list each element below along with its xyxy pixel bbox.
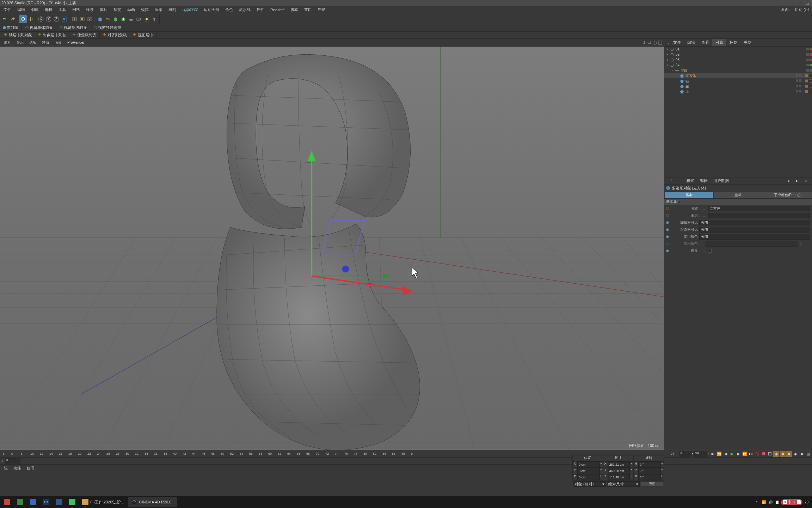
mat-tab[interactable]: 纹理 [24, 465, 37, 472]
menu-插件[interactable]: 插件 [254, 6, 267, 13]
menu-流水线[interactable]: 流水线 [236, 6, 253, 13]
obj-tab[interactable]: 书签 [740, 39, 755, 46]
ime-pill[interactable]: S中々 [781, 499, 802, 505]
attr-xray-check[interactable] [708, 249, 712, 253]
menu-创建[interactable]: 创建 [29, 6, 41, 13]
menu-选择[interactable]: 选择 [42, 6, 55, 13]
tree-row[interactable]: 立方体 [664, 73, 812, 78]
attr-subtab[interactable]: 坐标 [714, 192, 762, 198]
tree-row[interactable]: -空白 [664, 68, 812, 73]
rot-b[interactable]: 0 ° [638, 474, 660, 480]
light-button[interactable] [143, 15, 150, 23]
light2-button[interactable] [150, 15, 158, 23]
tree-row[interactable]: 右 [664, 78, 812, 84]
axis-cmd[interactable]: 对象居中到轴 [35, 32, 69, 38]
tree-row[interactable]: +01 [664, 47, 812, 52]
vp-zoom-icon[interactable] [647, 40, 652, 45]
obj-tab[interactable]: 标签 [726, 39, 740, 46]
attr-editor-vis[interactable]: 关闭 [699, 220, 810, 225]
taskbar-folder[interactable]: F:\工作\2020\进阶... [79, 497, 127, 507]
taskbar-ae[interactable] [53, 497, 65, 507]
axis-cmd[interactable]: 视图居中 [130, 32, 156, 38]
timeline-ruler[interactable]: -606101214161820222426283032343638404244… [0, 450, 812, 458]
attr-tab[interactable]: 模式 [684, 177, 697, 184]
vp-menu-像机[interactable]: 像机 [1, 40, 13, 46]
tl-end-field[interactable]: 90 F [694, 451, 707, 456]
size-x[interactable]: 252.21 cm [608, 461, 630, 468]
vp-menu-ProRender[interactable]: ProRender [65, 40, 87, 45]
menu-工具[interactable]: 工具 [56, 6, 69, 13]
iso-mode[interactable]: 视窗层级独显 [57, 24, 90, 31]
attr-layer-input[interactable] [708, 213, 810, 218]
menu-雕刻[interactable]: 雕刻 [166, 6, 179, 13]
key-param-button[interactable]: ◆ [792, 451, 798, 457]
live-select-button[interactable] [19, 15, 27, 23]
obj-tab[interactable]: 编辑 [684, 39, 698, 46]
taskbar-spotify[interactable] [66, 497, 78, 507]
deformer-button[interactable] [119, 15, 127, 23]
viewport[interactable]: 网格间距 : 100 cm [0, 47, 664, 450]
iso-mode[interactable]: 视窗独显选择 [91, 24, 124, 31]
menu-样条[interactable]: 样条 [84, 6, 96, 13]
goto-end-button[interactable]: ⏭ [748, 451, 754, 457]
tree-row[interactable]: 上 [664, 89, 812, 94]
menu-渲染[interactable]: 渲染 [152, 6, 165, 13]
key-scale-button[interactable]: ◆ [780, 451, 786, 457]
undo-button[interactable] [1, 15, 9, 23]
autokey-button[interactable] [761, 451, 767, 457]
spline-button[interactable] [104, 15, 112, 23]
size-z[interactable]: 111.48 cm [608, 474, 630, 480]
menu-脚本[interactable]: 脚本 [288, 6, 301, 13]
z-axis-button[interactable]: Z [53, 15, 60, 23]
key-rot-button[interactable]: ◆ [786, 451, 792, 457]
vp-rotate-icon[interactable] [652, 40, 657, 45]
coord-mode1[interactable]: 对象 (相对)▾ [573, 481, 606, 487]
coord-mode2[interactable]: 绝对尺寸▾ [607, 481, 640, 487]
menu-网格[interactable]: 网格 [70, 6, 82, 13]
render-region-button[interactable] [78, 15, 86, 23]
attr-use-color[interactable]: 关闭 [699, 234, 810, 240]
menu-编辑[interactable]: 编辑 [15, 6, 27, 13]
obj-tab[interactable]: 查看 [698, 39, 712, 46]
pos-z[interactable]: 0 cm [577, 474, 599, 480]
vp-menu-显示[interactable]: 显示 [14, 40, 26, 46]
menu-捕捉[interactable]: 捕捉 [111, 6, 124, 13]
menu-运动图形[interactable]: 运动图形 [201, 6, 222, 13]
mat-tab[interactable]: 功能 [11, 465, 24, 472]
attr-tab[interactable]: 编辑 [697, 177, 710, 184]
minimize-button[interactable]: ─ [797, 0, 804, 5]
axis-cmd[interactable]: 使父级对齐 [69, 32, 100, 38]
menu-帮助[interactable]: 帮助 [315, 6, 328, 13]
menu-运动跟踪[interactable]: 运动跟踪 [180, 6, 200, 13]
menu-角色[interactable]: 角色 [223, 6, 235, 13]
next-key-button[interactable]: ⏩ [742, 451, 748, 457]
keyframe-sel-button[interactable] [767, 451, 773, 457]
coord-sys-button[interactable] [60, 15, 68, 23]
attr-tab[interactable]: 用户数据 [710, 177, 732, 184]
menu-Redshift[interactable]: Redshift [268, 7, 287, 13]
next-frame-button[interactable]: ▶ [735, 451, 741, 457]
rot-h[interactable]: 0 ° [638, 461, 660, 468]
attr-subtab[interactable]: 平滑着色(Phong) [763, 192, 812, 198]
move-button[interactable] [27, 15, 35, 23]
mat-tab[interactable]: 辑 [1, 465, 11, 472]
key-pla-button[interactable]: ◆ [799, 451, 805, 457]
tree-row[interactable]: +04 [664, 62, 812, 68]
key-pos-button[interactable]: ◆ [773, 451, 779, 457]
environment-button[interactable] [127, 15, 135, 23]
taskbar-green[interactable] [14, 497, 26, 507]
object-tree[interactable]: +01+02+03+04-空白立方体右左上 [664, 47, 812, 177]
taskbar-netease[interactable] [1, 497, 13, 507]
obj-tab[interactable]: 文件 [670, 39, 684, 46]
menu-文件[interactable]: 文件 [1, 6, 14, 13]
prev-frame-button[interactable]: ◀ [722, 451, 728, 457]
pos-y[interactable]: 0 cm [577, 468, 599, 474]
axis-cmd[interactable]: 轴居中到对象 [1, 32, 35, 38]
tl-start-field[interactable]: 0 F [679, 451, 691, 456]
menu-动画[interactable]: 动画 [125, 6, 137, 13]
taskbar-ps[interactable]: Ps [40, 497, 52, 507]
redo-button[interactable] [9, 15, 17, 23]
tree-row[interactable]: +02 [664, 52, 812, 57]
attr-render-vis[interactable]: 关闭 [699, 227, 810, 232]
render-view-button[interactable] [70, 15, 78, 23]
